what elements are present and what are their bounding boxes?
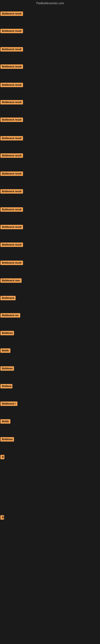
site-title: TheBottlenecker.com: [0, 0, 100, 6]
bottleneck-item-24: Bottle: [0, 419, 10, 424]
page-container: TheBottlenecker.com Bottleneck resultBot…: [0, 0, 100, 644]
bottleneck-item-16: Bottleneck resu: [0, 278, 22, 284]
bottleneck-item-22: Bottlene: [0, 384, 12, 389]
bottleneck-badge-2[interactable]: Bottleneck result: [0, 29, 23, 33]
bottleneck-badge-5[interactable]: Bottleneck result: [0, 83, 23, 87]
bottleneck-item-6: Bottleneck result: [0, 100, 23, 105]
bottleneck-badge-11[interactable]: Bottleneck result: [0, 189, 23, 194]
bottleneck-badge-8[interactable]: Bottleneck result: [0, 136, 23, 140]
bottleneck-badge-24[interactable]: Bottle: [0, 419, 10, 424]
bottleneck-badge-20[interactable]: Bottle: [0, 348, 10, 353]
bottleneck-item-2: Bottleneck result: [0, 29, 23, 34]
bottleneck-item-4: Bottleneck result: [0, 64, 23, 70]
bottleneck-badge-21[interactable]: Bottlenec: [0, 366, 14, 371]
bottleneck-badge-22[interactable]: Bottlene: [0, 384, 12, 388]
bottleneck-badge-13[interactable]: Bottleneck result: [0, 225, 23, 229]
bottleneck-badge-7[interactable]: Bottleneck result: [0, 118, 23, 122]
bottleneck-item-23: Bottleneck r: [0, 402, 17, 407]
bottleneck-item-11: Bottleneck result: [0, 189, 23, 194]
bottleneck-badge-9[interactable]: Bottleneck result: [0, 153, 23, 158]
bottleneck-item-20: Bottle: [0, 348, 10, 354]
bottleneck-item-17: Bottleneck: [0, 296, 16, 301]
bottleneck-badge-14[interactable]: Bottleneck result: [0, 242, 23, 247]
bottleneck-badge-12[interactable]: Bottleneck result: [0, 207, 23, 212]
bottleneck-item-8: Bottleneck result: [0, 136, 23, 141]
bottleneck-item-9: Bottleneck result: [0, 153, 23, 158]
bottleneck-badge-19[interactable]: Bottlenec: [0, 331, 14, 335]
bottleneck-item-10: Bottleneck result: [0, 172, 23, 177]
bottleneck-badge-1[interactable]: Bottleneck result: [0, 12, 23, 16]
bottleneck-badge-16[interactable]: Bottleneck resu: [0, 278, 22, 283]
bottleneck-badge-26[interactable]: B: [0, 455, 4, 459]
bottleneck-badge-10[interactable]: Bottleneck result: [0, 172, 23, 176]
bottleneck-item-21: Bottlenec: [0, 366, 14, 372]
bottleneck-item-3: Bottleneck result: [0, 47, 23, 52]
bottleneck-item-13: Bottleneck result: [0, 225, 23, 230]
bottleneck-item-1: Bottleneck result: [0, 12, 23, 17]
bottleneck-item-12: Bottleneck result: [0, 207, 23, 212]
bottleneck-item-14: Bottleneck result: [0, 242, 23, 248]
bottleneck-badge-18[interactable]: Bottleneck res: [0, 313, 20, 318]
bottleneck-item-18: Bottleneck res: [0, 313, 20, 318]
bottleneck-item-25: Bottlenec: [0, 437, 14, 442]
bottleneck-badge-25[interactable]: Bottlenec: [0, 437, 14, 442]
bottleneck-item-15: Bottleneck result: [0, 260, 23, 266]
bottleneck-badge-27[interactable]: B: [0, 515, 4, 520]
bottleneck-item-26: B: [0, 455, 4, 460]
bottleneck-badge-6[interactable]: Bottleneck result: [0, 100, 23, 104]
bottleneck-badge-17[interactable]: Bottleneck: [0, 296, 16, 300]
bottleneck-badge-23[interactable]: Bottleneck r: [0, 402, 17, 406]
bottleneck-badge-15[interactable]: Bottleneck result: [0, 260, 23, 265]
bottleneck-badge-3[interactable]: Bottleneck result: [0, 47, 23, 52]
bottleneck-item-7: Bottleneck result: [0, 118, 23, 123]
bottleneck-badge-4[interactable]: Bottleneck result: [0, 64, 23, 69]
bottleneck-item-27: B: [0, 515, 4, 520]
bottleneck-item-5: Bottleneck result: [0, 83, 23, 88]
bottleneck-item-19: Bottlenec: [0, 331, 14, 336]
